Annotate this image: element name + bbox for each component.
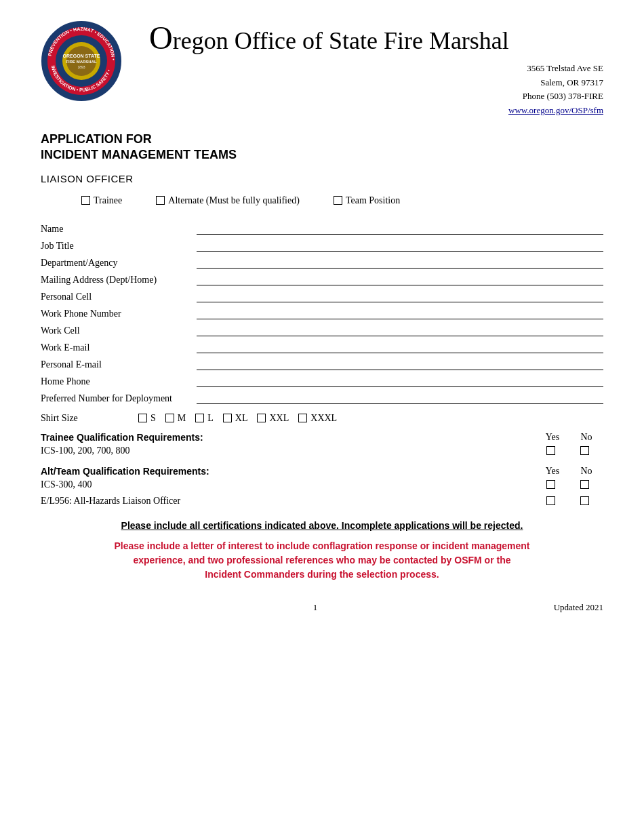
field-input-home-phone[interactable] bbox=[197, 375, 603, 387]
field-dept-agency: Department/Agency bbox=[41, 256, 603, 271]
trainee-no-header: No bbox=[569, 432, 603, 443]
shirt-s[interactable]: S bbox=[138, 413, 156, 424]
alt-ics300-no-checkbox[interactable] bbox=[580, 480, 589, 489]
phone: Phone (503) 378-FIRE bbox=[149, 90, 603, 104]
shirt-xxxl-label: XXXL bbox=[310, 413, 337, 424]
shirt-xxl-checkbox[interactable] bbox=[257, 414, 266, 422]
form-fields-section: Name Job Title Department/Agency Mailing… bbox=[41, 222, 603, 406]
field-label-mailing-address: Mailing Address (Dept/Home) bbox=[41, 275, 197, 285]
field-input-work-cell[interactable] bbox=[197, 324, 603, 336]
trainee-label: Trainee bbox=[94, 195, 122, 206]
trainee-ics-row: ICS-100, 200, 700, 800 bbox=[41, 445, 603, 456]
field-label-work-cell: Work Cell bbox=[41, 325, 197, 336]
field-input-dept-agency[interactable] bbox=[197, 256, 603, 269]
alt-qual-section: Alt/Team Qualification Requirements: Yes… bbox=[41, 466, 603, 507]
team-position-checkbox-item[interactable]: Team Position bbox=[334, 195, 400, 206]
shirt-l-checkbox[interactable] bbox=[195, 414, 204, 422]
trainee-ics-label: ICS-100, 200, 700, 800 bbox=[41, 445, 536, 456]
shirt-xl-label: XL bbox=[235, 413, 248, 424]
trainee-checkbox-item[interactable]: Trainee bbox=[81, 195, 122, 206]
field-mailing-address: Mailing Address (Dept/Home) bbox=[41, 273, 603, 287]
trainee-ics-no-checkbox[interactable] bbox=[580, 446, 589, 455]
alt-qual-header-row: Alt/Team Qualification Requirements: Yes… bbox=[41, 466, 603, 477]
alt-el956-checkboxes bbox=[536, 496, 603, 505]
shirt-size-options: S M L XL XXL XXXL bbox=[138, 413, 337, 424]
team-position-checkbox[interactable] bbox=[334, 196, 342, 205]
alt-ics300-no-cb[interactable] bbox=[569, 480, 603, 489]
field-personal-cell: Personal Cell bbox=[41, 290, 603, 304]
app-title: APPLICATION FOR INCIDENT MANAGEMENT TEAM… bbox=[41, 132, 603, 163]
shirt-s-label: S bbox=[150, 413, 156, 424]
svg-text:1893: 1893 bbox=[77, 65, 85, 69]
field-name: Name bbox=[41, 222, 603, 237]
field-input-personal-email[interactable] bbox=[197, 358, 603, 370]
address-block: 3565 Trelstad Ave SE Salem, OR 97317 Pho… bbox=[149, 62, 603, 118]
field-personal-email: Personal E-mail bbox=[41, 358, 603, 372]
field-input-personal-cell[interactable] bbox=[197, 290, 603, 302]
field-label-work-phone: Work Phone Number bbox=[41, 309, 197, 319]
field-input-preferred-number[interactable] bbox=[197, 392, 603, 404]
shirt-l[interactable]: L bbox=[195, 413, 214, 424]
alt-qual-header-label: Alt/Team Qualification Requirements: bbox=[41, 466, 536, 477]
alt-qual-yes-no-headers: Yes No bbox=[536, 466, 603, 477]
address-line1: 3565 Trelstad Ave SE bbox=[149, 62, 603, 76]
trainee-ics-checkboxes bbox=[536, 446, 603, 455]
alt-el956-yes-checkbox[interactable] bbox=[546, 496, 555, 505]
field-input-work-phone[interactable] bbox=[197, 307, 603, 319]
field-input-name[interactable] bbox=[197, 222, 603, 235]
notice-letter-of-interest: Please include a letter of interest to i… bbox=[41, 539, 603, 582]
updated-date: Updated 2021 bbox=[536, 602, 603, 613]
field-label-work-email: Work E-mail bbox=[41, 342, 197, 353]
field-label-dept-agency: Department/Agency bbox=[41, 258, 197, 269]
shirt-xxxl[interactable]: XXXL bbox=[298, 413, 337, 424]
shirt-m-checkbox[interactable] bbox=[165, 414, 174, 422]
field-label-preferred-number: Preferred Number for Deployment bbox=[41, 393, 197, 404]
field-input-work-email[interactable] bbox=[197, 341, 603, 353]
shirt-s-checkbox[interactable] bbox=[138, 414, 147, 422]
alternate-checkbox-item[interactable]: Alternate (Must be fully qualified) bbox=[156, 195, 300, 206]
title-area: Oregon Office of State Fire Marshal 3565… bbox=[136, 20, 603, 118]
page-number: 1 bbox=[95, 602, 536, 613]
alt-ics300-yes-checkbox[interactable] bbox=[546, 480, 555, 489]
application-type-checkboxes: Trainee Alternate (Must be fully qualifi… bbox=[81, 195, 603, 206]
alternate-label: Alternate (Must be fully qualified) bbox=[168, 195, 300, 206]
trainee-ics-yes-checkbox[interactable] bbox=[546, 446, 555, 455]
shirt-xl-checkbox[interactable] bbox=[223, 414, 232, 422]
alternate-checkbox[interactable] bbox=[156, 196, 165, 205]
shirt-xxl-label: XXL bbox=[269, 413, 289, 424]
alt-ics300-checkboxes bbox=[536, 480, 603, 489]
shirt-size-section: Shirt Size S M L XL XXL XXXL bbox=[41, 413, 603, 424]
alt-el956-yes-cb[interactable] bbox=[536, 496, 569, 505]
field-input-mailing-address[interactable] bbox=[197, 273, 603, 285]
trainee-ics-yes-cb[interactable] bbox=[536, 446, 569, 455]
field-input-job-title[interactable] bbox=[197, 239, 603, 252]
shirt-xl[interactable]: XL bbox=[223, 413, 248, 424]
trainee-qual-yes-no-headers: Yes No bbox=[536, 432, 603, 443]
trainee-qual-header-label: Trainee Qualification Requirements: bbox=[41, 432, 536, 443]
org-logo: OREGON STATE FIRE MARSHAL 1893 PREVENTIO… bbox=[41, 20, 122, 102]
shirt-m[interactable]: M bbox=[165, 413, 186, 424]
alt-el956-no-cb[interactable] bbox=[569, 496, 603, 505]
trainee-qual-section: Trainee Qualification Requirements: Yes … bbox=[41, 432, 603, 456]
alt-ics300-yes-cb[interactable] bbox=[536, 480, 569, 489]
field-home-phone: Home Phone bbox=[41, 375, 603, 389]
trainee-ics-no-cb[interactable] bbox=[569, 446, 603, 455]
trainee-yes-header: Yes bbox=[536, 432, 569, 443]
field-work-phone: Work Phone Number bbox=[41, 307, 603, 321]
shirt-xxxl-checkbox[interactable] bbox=[298, 414, 307, 422]
alt-no-header: No bbox=[569, 466, 603, 477]
position-title: LIAISON OFFICER bbox=[41, 173, 603, 184]
footer-left-spacer bbox=[41, 602, 95, 613]
shirt-l-label: L bbox=[207, 413, 214, 424]
field-work-cell: Work Cell bbox=[41, 324, 603, 338]
shirt-m-label: M bbox=[178, 413, 186, 424]
alt-yes-header: Yes bbox=[536, 466, 569, 477]
shirt-xxl[interactable]: XXL bbox=[257, 413, 289, 424]
svg-text:FIRE MARSHAL: FIRE MARSHAL bbox=[66, 60, 97, 64]
trainee-checkbox[interactable] bbox=[81, 196, 90, 205]
alt-el956-row: E/L956: All-Hazards Liaison Officer bbox=[41, 496, 603, 507]
app-title-text: APPLICATION FOR INCIDENT MANAGEMENT TEAM… bbox=[41, 132, 603, 163]
svg-text:OREGON STATE: OREGON STATE bbox=[63, 54, 100, 58]
alt-el956-no-checkbox[interactable] bbox=[580, 496, 589, 505]
website-link[interactable]: www.oregon.gov/OSP/sfm bbox=[149, 104, 603, 118]
